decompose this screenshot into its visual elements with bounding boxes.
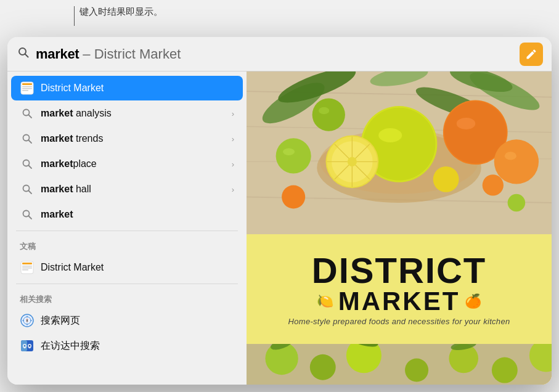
svg-rect-3 xyxy=(22,83,32,85)
svg-point-59 xyxy=(348,157,357,166)
right-panel: DISTRICT 🍋 MARKET 🍊 Home-style prepared … xyxy=(247,71,552,385)
document-label: District Market xyxy=(41,262,234,273)
chevron-icon-0: › xyxy=(232,109,234,118)
suggestion-item-3[interactable]: market hall › xyxy=(11,177,243,202)
top-result-item[interactable]: District Market xyxy=(11,76,243,100)
svg-line-8 xyxy=(28,115,31,118)
svg-point-34 xyxy=(24,345,26,347)
fruit-left: 🍋 xyxy=(317,293,333,309)
section-documents: 文稿 xyxy=(7,235,247,255)
svg-rect-4 xyxy=(22,86,32,88)
fruit-background xyxy=(247,71,552,234)
tooltip-text: 键入时结果即显示。 xyxy=(80,5,163,18)
svg-point-69 xyxy=(433,166,459,192)
pages-icon xyxy=(20,81,35,96)
compass-icon xyxy=(20,313,35,328)
svg-point-63 xyxy=(494,139,539,184)
search-suggestion-icon-4 xyxy=(20,207,35,222)
svg-rect-19 xyxy=(22,266,32,267)
finder-icon xyxy=(20,338,35,353)
svg-line-10 xyxy=(28,140,31,143)
spotlight-container: market – District Market xyxy=(7,37,552,385)
section-related: 相关搜索 xyxy=(7,288,247,308)
svg-point-77 xyxy=(405,358,428,382)
chevron-icon-3: › xyxy=(232,185,234,194)
related-label-0: 搜索网页 xyxy=(41,314,234,327)
svg-rect-21 xyxy=(22,269,28,271)
left-panel: District Market market analysis › xyxy=(7,71,247,385)
suggestion-item-4[interactable]: market xyxy=(11,202,243,227)
svg-point-51 xyxy=(378,128,402,142)
svg-rect-5 xyxy=(22,88,32,89)
svg-point-35 xyxy=(29,345,31,347)
search-subtitle: – District Market xyxy=(83,46,181,62)
chevron-icon-1: › xyxy=(232,134,234,144)
document-result-item[interactable]: District Market xyxy=(11,255,243,280)
fruit-right: 🍊 xyxy=(465,293,481,309)
search-suggestion-icon-3 xyxy=(20,182,35,197)
suggestion-label-2: marketplace xyxy=(41,158,229,169)
market-row: 🍋 MARKET 🍊 xyxy=(317,288,482,314)
related-item-0[interactable]: 搜索网页 xyxy=(11,308,243,333)
svg-point-75 xyxy=(310,354,336,380)
svg-rect-18 xyxy=(22,263,32,264)
search-query-bold[interactable]: market xyxy=(36,46,79,62)
edit-button[interactable] xyxy=(520,43,543,66)
svg-point-62 xyxy=(457,118,475,129)
tooltip-area: 键入时结果即显示。 xyxy=(74,5,163,26)
svg-point-68 xyxy=(319,107,329,114)
related-label-1: 在访达中搜索 xyxy=(41,340,234,353)
tagline: Home-style prepared foods and necessitie… xyxy=(288,317,510,326)
svg-point-79 xyxy=(492,357,518,383)
top-result-label: District Market xyxy=(41,83,234,94)
search-suggestion-icon-1 xyxy=(20,131,35,146)
svg-rect-6 xyxy=(22,90,28,91)
content-area: District Market market analysis › xyxy=(7,71,552,385)
search-suggestion-icon-2 xyxy=(20,157,35,171)
suggestion-label-1: market trends xyxy=(41,133,229,144)
yellow-section: DISTRICT 🍋 MARKET 🍊 Home-style prepared … xyxy=(247,234,552,344)
svg-rect-20 xyxy=(22,267,32,269)
divider-1 xyxy=(16,231,238,231)
suggestion-item-1[interactable]: market trends › xyxy=(11,126,243,151)
divider-2 xyxy=(16,284,238,284)
svg-point-67 xyxy=(312,99,345,131)
suggestion-item-0[interactable]: market analysis › xyxy=(11,101,243,126)
svg-point-64 xyxy=(505,152,516,160)
svg-point-71 xyxy=(282,185,305,208)
svg-line-1 xyxy=(25,54,28,57)
market-title: MARKET xyxy=(338,288,460,314)
search-icon xyxy=(17,46,30,62)
document-pages-icon xyxy=(20,260,35,275)
svg-line-12 xyxy=(28,165,31,168)
svg-line-16 xyxy=(28,216,31,219)
search-bar: market – District Market xyxy=(7,37,552,71)
search-suggestion-icon-0 xyxy=(20,106,35,121)
suggestion-item-2[interactable]: marketplace › xyxy=(11,152,243,176)
tooltip-line xyxy=(74,6,75,26)
svg-point-66 xyxy=(283,148,295,155)
svg-point-70 xyxy=(483,174,504,195)
district-title: DISTRICT xyxy=(312,253,486,288)
chevron-icon-2: › xyxy=(232,160,234,169)
svg-point-72 xyxy=(508,194,526,212)
bottom-fruit-section xyxy=(247,344,552,385)
preview-image: DISTRICT 🍋 MARKET 🍊 Home-style prepared … xyxy=(247,71,552,385)
suggestion-label-4: market xyxy=(41,209,234,220)
svg-point-65 xyxy=(276,138,311,173)
suggestion-label-0: market analysis xyxy=(41,108,229,119)
related-item-1[interactable]: 在访达中搜索 xyxy=(11,333,243,358)
suggestion-label-3: market hall xyxy=(41,184,229,195)
svg-line-14 xyxy=(28,190,31,194)
